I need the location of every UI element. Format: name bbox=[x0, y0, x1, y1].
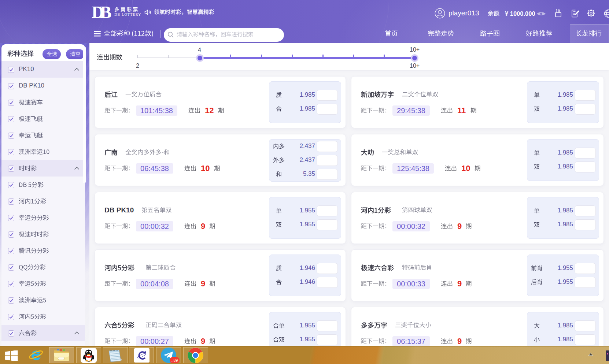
svg-text:R: R bbox=[109, 15, 110, 17]
